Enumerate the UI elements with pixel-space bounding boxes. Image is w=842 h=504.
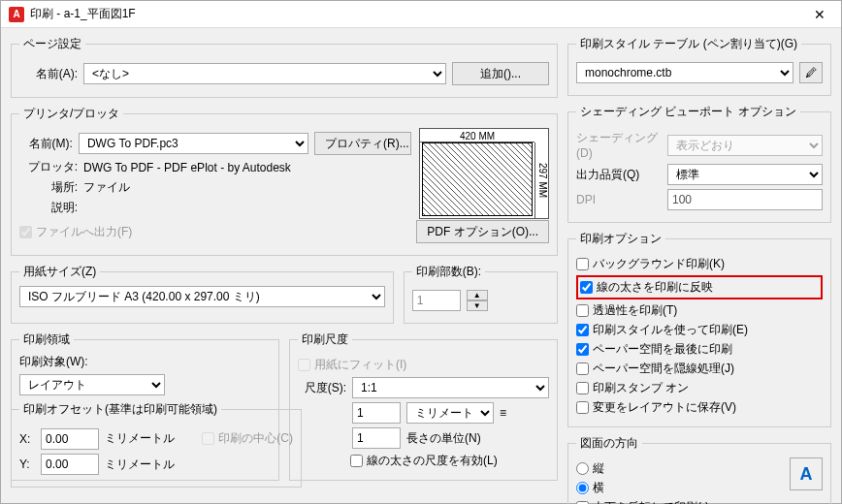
scale-len-input[interactable]: [352, 427, 401, 449]
close-button[interactable]: ✕: [798, 1, 841, 28]
page-name-label: 名前(A):: [19, 66, 78, 82]
quality-select[interactable]: 標準: [667, 164, 823, 185]
offset-y-unit: ミリメートル: [105, 457, 175, 473]
scale-ratio-select[interactable]: 1:1: [352, 377, 549, 398]
add-page-button[interactable]: 追加()...: [452, 62, 549, 85]
to-file-checkbox: ファイルへ出力(F): [19, 224, 132, 240]
pdf-options-button[interactable]: PDF オプション(O)...: [416, 220, 549, 243]
plot-options-group: 印刷オプション バックグラウンド印刷(K) 線の太さを印刷に反映 透過性を印刷(…: [567, 231, 831, 427]
copies-group: 印刷部数(B): ▲ ▼: [404, 264, 558, 324]
portrait-radio[interactable]: 縦: [576, 460, 790, 477]
opt-lw-checkbox[interactable]: 線の太さを印刷に反映: [580, 279, 819, 296]
fit-checkbox: 用紙にフィット(I): [298, 357, 549, 373]
opt-stamp-checkbox[interactable]: 印刷スタンプ オン: [576, 380, 823, 396]
scale-mm-unit-select[interactable]: ミリメートル: [406, 402, 494, 424]
dpi-label: DPI: [576, 193, 662, 206]
printer-legend: プリンタ/プロッタ: [19, 106, 123, 122]
paper-size-legend: 用紙サイズ(Z): [19, 264, 100, 280]
shading-select: 表示どおり: [667, 135, 823, 156]
offset-y-input[interactable]: [41, 454, 99, 475]
opt-bg-checkbox[interactable]: バックグラウンド印刷(K): [576, 256, 823, 272]
window-title: 印刷 - a-1_平面図1F: [30, 6, 798, 22]
offset-x-label: X:: [19, 432, 35, 446]
printer-name-select[interactable]: DWG To PDF.pc3: [79, 133, 308, 154]
quality-label: 出力品質(Q): [576, 167, 662, 183]
landscape-radio[interactable]: 横: [576, 480, 790, 496]
scale-mm-input[interactable]: [352, 402, 401, 424]
app-icon: A: [9, 7, 24, 22]
offset-x-unit: ミリメートル: [105, 430, 175, 447]
opt-lw-highlight: 線の太さを印刷に反映: [576, 275, 823, 299]
opt-save-layout-checkbox[interactable]: 変更をレイアウトに保存(V): [576, 399, 823, 416]
plotter-value: DWG To PDF - PDF ePlot - by Autodesk: [83, 161, 291, 174]
titlebar[interactable]: A 印刷 - a-1_平面図1F ✕: [1, 1, 841, 28]
offset-y-label: Y:: [19, 457, 35, 471]
plot-target-label: 印刷対象(W):: [19, 354, 271, 370]
plot-scale-legend: 印刷尺度: [298, 331, 352, 348]
shading-group: シェーディング ビューポート オプション シェーディング(D)表示どおり 出力品…: [567, 104, 831, 223]
where-value: ファイル: [83, 179, 130, 196]
paper-preview: 420 MM 297 MM: [419, 128, 549, 219]
plot-style-edit-button[interactable]: 🖉: [799, 62, 823, 83]
printer-group: プリンタ/プロッタ 420 MM 297 MM 名前(M): DWG To PD…: [11, 106, 558, 256]
where-label: 場所:: [19, 179, 78, 196]
shading-label: シェーディング(D): [576, 130, 662, 160]
printer-name-label: 名前(M):: [19, 136, 73, 152]
copies-label: 印刷部数(B):: [412, 264, 485, 280]
page-name-select[interactable]: <なし>: [83, 63, 446, 84]
lineweight-scale-checkbox[interactable]: 線の太さの尺度を有効(L): [350, 453, 549, 469]
center-checkbox: 印刷の中心(C): [202, 430, 293, 447]
copies-up-button[interactable]: ▲: [467, 290, 488, 300]
plot-area-legend: 印刷領域: [19, 331, 74, 348]
plot-style-select[interactable]: monochrome.ctb: [576, 62, 793, 83]
opt-use-style-checkbox[interactable]: 印刷スタイルを使って印刷(E): [576, 322, 823, 338]
print-dialog: A 印刷 - a-1_平面図1F ✕ ページ設定 名前(A): <なし> 追加(…: [0, 0, 842, 504]
dpi-input: [667, 189, 823, 210]
plot-target-select[interactable]: レイアウト: [19, 374, 165, 395]
plot-scale-group: 印刷尺度 用紙にフィット(I) 尺度(S): 1:1 ミリメートル ≡: [289, 331, 558, 481]
properties-button[interactable]: プロパティ(R)...: [314, 132, 411, 155]
scale-ratio-label: 尺度(S):: [298, 380, 346, 396]
equals-icon: ≡: [500, 406, 506, 420]
plot-style-group: 印刷スタイル テーブル (ペン割り当て)(G) monochrome.ctb 🖉: [567, 36, 831, 96]
orientation-legend: 図面の方向: [576, 435, 642, 452]
copies-input[interactable]: [412, 290, 461, 311]
copies-down-button[interactable]: ▼: [467, 300, 488, 311]
page-settings-legend: ページ設定: [19, 36, 85, 52]
orientation-icon: A: [790, 457, 823, 490]
orientation-group: 図面の方向 A 縦 横 上下を反転して印刷(-): [567, 435, 831, 504]
offset-x-input[interactable]: [41, 428, 99, 450]
scale-len-label: 長さの単位(N): [406, 430, 481, 447]
page-settings-group: ページ設定 名前(A): <なし> 追加()...: [11, 36, 558, 98]
upside-checkbox[interactable]: 上下を反転して印刷(-): [576, 499, 823, 504]
opt-paper-last-checkbox[interactable]: ペーパー空間を最後に印刷: [576, 341, 823, 358]
shading-legend: シェーディング ビューポート オプション: [576, 104, 800, 120]
opt-trans-checkbox[interactable]: 透過性を印刷(T): [576, 302, 823, 319]
paper-size-select[interactable]: ISO フルブリード A3 (420.00 x 297.00 ミリ): [19, 286, 385, 307]
plot-style-legend: 印刷スタイル テーブル (ペン割り当て)(G): [576, 36, 801, 52]
desc-label: 説明:: [19, 200, 78, 216]
paper-size-group: 用紙サイズ(Z) ISO フルブリード A3 (420.00 x 297.00 …: [11, 264, 394, 324]
plot-offset-legend: 印刷オフセット(基準は印刷可能領域): [19, 401, 221, 418]
opt-hidden-checkbox[interactable]: ペーパー空間を隠線処理(J): [576, 361, 823, 377]
plotter-label: プロッタ:: [19, 159, 78, 175]
plot-options-legend: 印刷オプション: [576, 231, 665, 247]
